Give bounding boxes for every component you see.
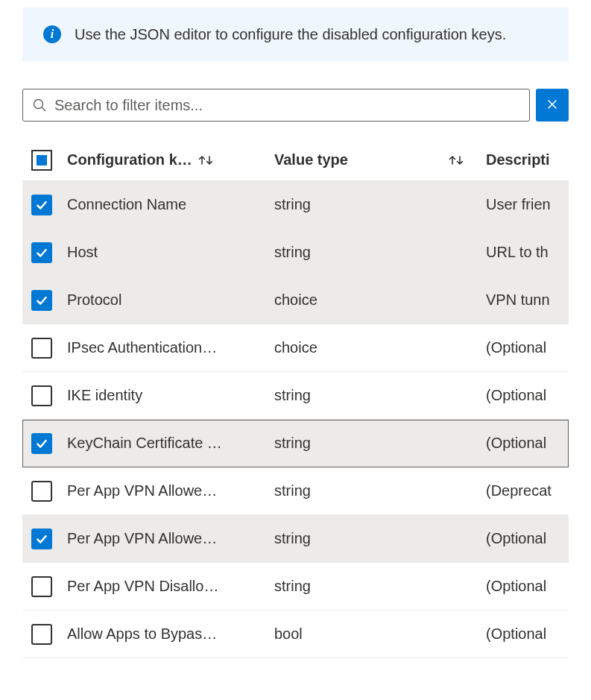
sort-icon — [197, 154, 215, 166]
row-checkbox[interactable] — [31, 195, 52, 215]
cell-description: URL to th — [486, 244, 569, 261]
svg-point-0 — [34, 100, 43, 109]
close-icon — [546, 98, 558, 113]
info-icon: i — [43, 25, 61, 43]
cell-description: User frien — [486, 196, 569, 213]
cell-value-type: bool — [274, 625, 486, 643]
table-row[interactable]: IKE identitystring(Optional — [22, 372, 569, 420]
info-banner: i Use the JSON editor to configure the d… — [22, 7, 569, 62]
row-checkbox[interactable] — [31, 290, 52, 311]
cell-value-type: string — [274, 387, 486, 404]
cell-value-type: string — [274, 482, 486, 499]
cell-value-type: choice — [274, 339, 486, 356]
info-banner-text: Use the JSON editor to configure the dis… — [75, 24, 506, 45]
cell-value-type: string — [274, 435, 486, 452]
cell-value-type: choice — [274, 291, 486, 309]
search-icon — [32, 98, 47, 113]
cell-description: (Optional — [486, 435, 569, 452]
column-header-label: Descripti — [486, 151, 550, 168]
column-header-label: Configuration k… — [67, 151, 192, 168]
cell-config-key: Allow Apps to Bypas… — [67, 625, 274, 643]
svg-line-1 — [42, 107, 45, 111]
cell-config-key: IKE identity — [67, 387, 274, 404]
table-row[interactable]: Per App VPN Disallo…string(Optional — [22, 563, 569, 611]
cell-value-type: string — [274, 578, 486, 595]
column-header-value-type[interactable]: Value type — [274, 151, 486, 168]
cell-config-key: Connection Name — [67, 196, 274, 213]
cell-config-key: Per App VPN Disallo… — [67, 578, 274, 595]
table-row[interactable]: KeyChain Certificate …string(Optional — [22, 420, 569, 467]
config-keys-table: Configuration k… Value type Descripti Co… — [22, 139, 569, 658]
cell-description: (Deprecat — [486, 482, 569, 499]
column-header-label: Value type — [274, 151, 348, 168]
table-row[interactable]: Per App VPN Allowe…string(Deprecat — [22, 467, 569, 515]
cell-config-key: IPsec Authentication… — [67, 339, 274, 356]
cell-description: (Optional — [486, 530, 569, 547]
table-row[interactable]: IPsec Authentication…choice(Optional — [22, 324, 569, 372]
row-checkbox[interactable] — [31, 624, 52, 645]
sort-icon — [447, 154, 465, 166]
row-checkbox[interactable] — [31, 576, 52, 597]
cell-config-key: Per App VPN Allowe… — [67, 530, 274, 547]
cell-config-key: KeyChain Certificate … — [67, 435, 274, 452]
row-checkbox[interactable] — [31, 242, 52, 263]
row-checkbox[interactable] — [31, 433, 52, 454]
cell-value-type: string — [274, 244, 486, 261]
cell-value-type: string — [274, 530, 486, 547]
table-row[interactable]: Allow Apps to Bypas…bool(Optional — [22, 611, 569, 658]
cell-config-key: Per App VPN Allowe… — [67, 482, 274, 499]
cell-description: VPN tunn — [486, 291, 569, 309]
cell-config-key: Host — [67, 244, 274, 261]
row-checkbox[interactable] — [31, 529, 52, 549]
select-all-checkbox[interactable] — [31, 150, 52, 171]
cell-value-type: string — [274, 196, 486, 213]
cell-description: (Optional — [486, 625, 569, 643]
table-row[interactable]: Per App VPN Allowe…string(Optional — [22, 515, 569, 563]
table-row[interactable]: HoststringURL to th — [22, 229, 569, 277]
column-header-config-key[interactable]: Configuration k… — [67, 151, 274, 168]
cell-description: (Optional — [486, 387, 569, 404]
search-row — [22, 89, 569, 122]
column-header-description[interactable]: Descripti — [486, 151, 569, 168]
table-row[interactable]: ProtocolchoiceVPN tunn — [22, 277, 569, 324]
search-box[interactable] — [22, 89, 530, 122]
row-checkbox[interactable] — [31, 338, 52, 359]
clear-search-button[interactable] — [536, 89, 569, 122]
cell-description: (Optional — [486, 578, 569, 595]
row-checkbox[interactable] — [31, 385, 52, 406]
cell-config-key: Protocol — [67, 291, 274, 309]
row-checkbox[interactable] — [31, 481, 52, 502]
cell-description: (Optional — [486, 339, 569, 356]
table-row[interactable]: Connection NamestringUser frien — [22, 181, 569, 229]
table-header-row: Configuration k… Value type Descripti — [22, 139, 569, 181]
search-input[interactable] — [53, 96, 520, 115]
